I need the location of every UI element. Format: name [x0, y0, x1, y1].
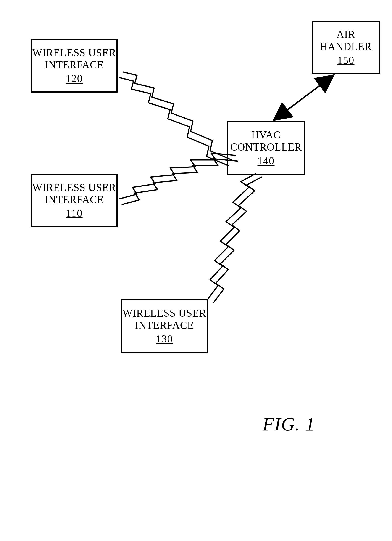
box-ref: 110: [66, 207, 83, 219]
wireless-link-120: [120, 72, 232, 166]
box-air-handler: AIRHANDLER 150: [312, 21, 380, 74]
wireless-link-130: [208, 174, 261, 303]
box-wireless-ui-110: WIRELESS USERINTERFACE 110: [31, 174, 118, 227]
box-ref: 140: [258, 155, 275, 167]
box-ref: 120: [66, 73, 83, 84]
box-wireless-ui-130: WIRELESS USERINTERFACE 130: [121, 299, 208, 353]
box-hvac-controller: HVACCONTROLLER 140: [227, 121, 305, 175]
box-label: WIRELESS USERINTERFACE: [123, 307, 206, 332]
figure-label: FIG. 1: [263, 414, 315, 435]
box-label: AIRHANDLER: [320, 29, 372, 53]
box-wireless-ui-120: WIRELESS USERINTERFACE 120: [31, 39, 118, 93]
box-label: HVACCONTROLLER: [230, 129, 302, 153]
box-label: WIRELESS USERINTERFACE: [32, 47, 116, 71]
wireless-link-110: [120, 153, 237, 204]
box-label: WIRELESS USERINTERFACE: [32, 182, 116, 206]
diagram-canvas: WIRELESS USERINTERFACE 120 WIRELESS USER…: [0, 0, 392, 541]
arrow-hvac-airhandler: [274, 75, 333, 120]
box-ref: 130: [156, 333, 173, 345]
box-ref: 150: [337, 54, 355, 66]
